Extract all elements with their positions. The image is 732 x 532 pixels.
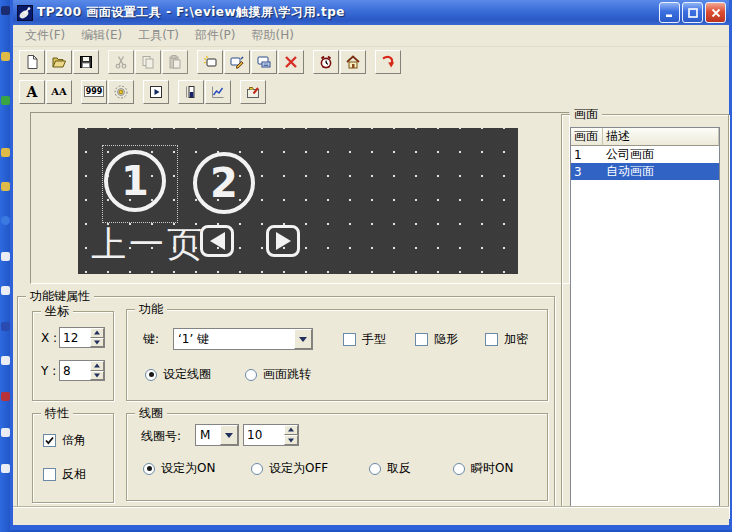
initial-screen-button[interactable] <box>340 50 366 74</box>
spin-down-icon[interactable] <box>90 338 104 348</box>
screen-jump-radio-row[interactable]: 画面跳转 <box>245 366 311 383</box>
desktop-icon[interactable] <box>1 52 10 61</box>
x-value: 12 <box>63 331 78 345</box>
coil-number-input[interactable]: 10 <box>243 424 299 446</box>
column-header-screen[interactable]: 画面 <box>571 128 603 146</box>
set-off-radio-row[interactable]: 设定为OFF <box>251 460 328 477</box>
new-document-icon <box>24 54 40 70</box>
menu-parts[interactable]: 部件(P) <box>187 25 244 46</box>
y-spinner[interactable] <box>90 361 104 380</box>
coil-number-spinner[interactable] <box>284 425 298 445</box>
momentary-on-radio-row[interactable]: 瞬时ON <box>453 460 513 477</box>
spin-up-icon[interactable] <box>90 361 104 371</box>
double-size-checkbox[interactable] <box>43 434 56 447</box>
lcd-circle-key-2[interactable]: 2 <box>193 152 255 214</box>
hand-shape-label: 手型 <box>362 331 386 348</box>
desktop-icon[interactable] <box>1 464 10 473</box>
set-coil-radio[interactable] <box>145 369 157 381</box>
encrypt-checkbox-row[interactable]: 加密 <box>485 331 528 348</box>
minimize-button[interactable] <box>659 2 680 23</box>
touch-key-button[interactable] <box>143 80 169 104</box>
desktop-icon[interactable] <box>1 148 10 157</box>
menu-tools[interactable]: 工具(T) <box>130 25 187 46</box>
x-spinner[interactable] <box>90 328 104 347</box>
hand-shape-checkbox-row[interactable]: 手型 <box>343 331 386 348</box>
alarm-setting-button[interactable] <box>313 50 339 74</box>
lcd-canvas[interactable]: 1 2 上一页 <box>78 128 518 274</box>
set-on-radio[interactable] <box>143 463 155 475</box>
momentary-on-radio[interactable] <box>453 463 465 475</box>
trend-graph-button[interactable] <box>205 80 231 104</box>
new-screen-button[interactable] <box>197 50 223 74</box>
menu-edit[interactable]: 编辑(E) <box>73 25 130 46</box>
y-input[interactable]: 8 <box>59 360 105 381</box>
column-header-description[interactable]: 描述 <box>603 128 719 146</box>
save-file-button[interactable] <box>73 50 99 74</box>
cut-icon <box>113 54 129 70</box>
inverse-checkbox-row[interactable]: 反相 <box>43 466 86 483</box>
key-label: 键: <box>143 332 159 346</box>
invisible-checkbox-row[interactable]: 隐形 <box>415 331 458 348</box>
screen-properties-button[interactable] <box>251 50 277 74</box>
menu-help[interactable]: 帮助(H) <box>244 25 302 46</box>
desktop-icon[interactable] <box>1 182 10 191</box>
lcd-left-arrow-key[interactable] <box>200 225 234 257</box>
desktop-icon[interactable] <box>1 392 10 401</box>
spin-down-icon[interactable] <box>284 435 298 445</box>
delete-screen-button[interactable] <box>278 50 304 74</box>
inverse-checkbox[interactable] <box>43 468 56 481</box>
screen-row-3[interactable]: 3 自动画面 <box>571 163 719 180</box>
desktop-icon[interactable] <box>1 96 10 105</box>
encrypt-checkbox[interactable] <box>485 333 498 346</box>
lcd-prev-page-text[interactable]: 上一页 <box>91 221 205 268</box>
set-on-radio-row[interactable]: 设定为ON <box>143 460 215 477</box>
traits-group: 特性 倍角 反相 <box>32 413 114 503</box>
function-key-button[interactable] <box>240 80 266 104</box>
maximize-button[interactable] <box>682 2 703 23</box>
double-size-checkbox-row[interactable]: 倍角 <box>43 432 86 449</box>
toggle-radio-row[interactable]: 取反 <box>369 460 411 477</box>
desktop-icon[interactable] <box>1 322 10 331</box>
coil-type-dropdown[interactable]: M <box>195 424 239 446</box>
desktop-icon[interactable] <box>1 286 10 295</box>
lcd-right-arrow-key[interactable] <box>266 225 300 257</box>
set-coil-radio-row[interactable]: 设定线圈 <box>145 366 211 383</box>
key-dropdown[interactable]: ‘1’ 键 <box>173 328 313 350</box>
hand-shape-checkbox[interactable] <box>343 333 356 346</box>
spin-up-icon[interactable] <box>90 328 104 338</box>
invisible-checkbox[interactable] <box>415 333 428 346</box>
menu-file[interactable]: 文件(F) <box>17 25 73 46</box>
desktop-icon[interactable] <box>1 252 10 261</box>
desktop-icon[interactable] <box>1 6 10 15</box>
x-label: X : <box>41 331 57 345</box>
lamp-button[interactable] <box>108 80 134 104</box>
dropdown-arrow-icon[interactable] <box>220 425 238 445</box>
set-off-radio[interactable] <box>251 463 263 475</box>
function-group: 功能 键: ‘1’ 键 手型 隐形 加密 设定线圈 <box>126 309 548 401</box>
circle-2-label: 2 <box>210 163 238 203</box>
static-text-button[interactable]: A <box>19 80 45 104</box>
bar-graph-button[interactable] <box>178 80 204 104</box>
screen-edit-area[interactable]: 1 2 上一页 <box>30 112 570 284</box>
momentary-on-label: 瞬时ON <box>471 460 513 477</box>
numeric-display-button[interactable]: 999 <box>81 80 107 104</box>
spin-down-icon[interactable] <box>90 371 104 381</box>
open-folder-icon <box>51 54 67 70</box>
x-input[interactable]: 12 <box>59 327 105 348</box>
desktop-icon[interactable] <box>1 428 10 437</box>
new-document-button[interactable] <box>19 50 45 74</box>
screen-jump-radio[interactable] <box>245 369 257 381</box>
desktop-icon[interactable] <box>1 356 10 365</box>
screens-list[interactable]: 画面 描述 1 公司画面 3 自动画面 <box>570 127 720 509</box>
dropdown-arrow-icon[interactable] <box>294 329 312 349</box>
desktop-icon[interactable] <box>1 216 10 225</box>
edit-screen-button[interactable] <box>224 50 250 74</box>
toggle-radio[interactable] <box>369 463 381 475</box>
download-project-button[interactable] <box>375 50 401 74</box>
lcd-circle-key-1[interactable]: 1 <box>104 150 166 212</box>
close-button[interactable] <box>705 2 726 23</box>
screen-row-1[interactable]: 1 公司画面 <box>571 146 719 163</box>
spin-up-icon[interactable] <box>284 425 298 435</box>
variable-text-button[interactable]: AA <box>46 80 72 104</box>
open-file-button[interactable] <box>46 50 72 74</box>
